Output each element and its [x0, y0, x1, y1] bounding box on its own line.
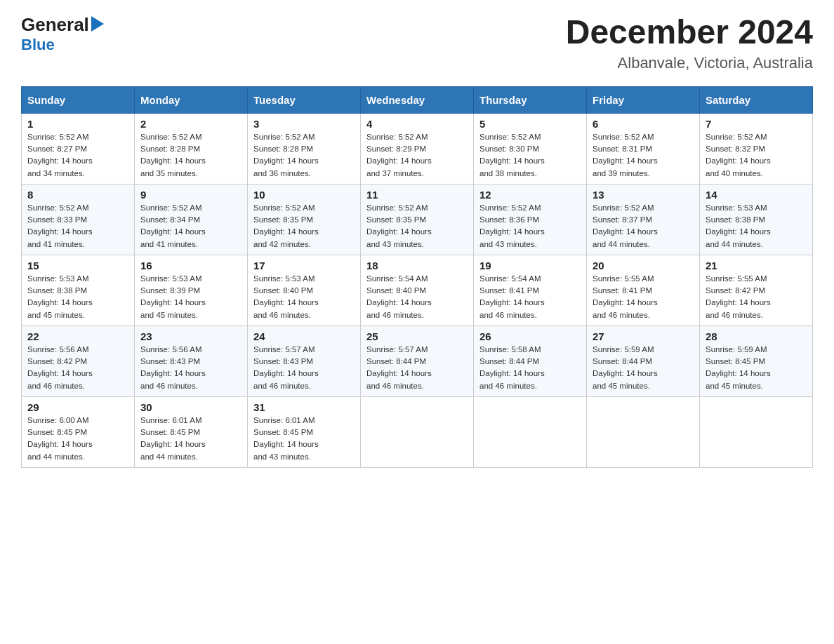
day-info: Sunrise: 5:52 AMSunset: 8:37 PMDaylight:…: [593, 202, 694, 250]
day-info: Sunrise: 5:53 AMSunset: 8:38 PMDaylight:…: [706, 202, 807, 250]
day-info: Sunrise: 5:53 AMSunset: 8:38 PMDaylight:…: [27, 273, 128, 321]
calendar-day-cell: [700, 396, 813, 467]
calendar-day-cell: 28Sunrise: 5:59 AMSunset: 8:45 PMDayligh…: [700, 326, 813, 396]
calendar-day-cell: 22Sunrise: 5:56 AMSunset: 8:42 PMDayligh…: [22, 326, 135, 396]
calendar-week-row: 22Sunrise: 5:56 AMSunset: 8:42 PMDayligh…: [22, 326, 813, 396]
location-title: Albanvale, Victoria, Australia: [566, 54, 813, 72]
header-thursday: Thursday: [474, 86, 587, 113]
day-number: 9: [140, 189, 241, 201]
calendar-day-cell: 1Sunrise: 5:52 AMSunset: 8:27 PMDaylight…: [22, 113, 135, 184]
calendar-day-cell: 20Sunrise: 5:55 AMSunset: 8:41 PMDayligh…: [587, 255, 700, 326]
day-info: Sunrise: 5:57 AMSunset: 8:44 PMDaylight:…: [366, 344, 468, 392]
logo: General Blue: [21, 14, 104, 54]
day-number: 2: [140, 118, 241, 130]
day-number: 8: [27, 189, 128, 201]
calendar-day-cell: 13Sunrise: 5:52 AMSunset: 8:37 PMDayligh…: [587, 184, 700, 255]
page-header: General Blue December 2024 Albanvale, Vi…: [21, 14, 813, 72]
day-info: Sunrise: 5:52 AMSunset: 8:34 PMDaylight:…: [140, 202, 241, 250]
day-info: Sunrise: 5:55 AMSunset: 8:42 PMDaylight:…: [706, 273, 807, 321]
calendar-week-row: 29Sunrise: 6:00 AMSunset: 8:45 PMDayligh…: [22, 396, 813, 467]
day-info: Sunrise: 5:57 AMSunset: 8:43 PMDaylight:…: [253, 344, 355, 392]
day-info: Sunrise: 5:52 AMSunset: 8:31 PMDaylight:…: [593, 131, 694, 180]
day-number: 24: [253, 330, 355, 342]
header-tuesday: Tuesday: [248, 86, 361, 113]
day-number: 7: [706, 118, 807, 130]
header-wednesday: Wednesday: [361, 86, 474, 113]
day-info: Sunrise: 5:52 AMSunset: 8:28 PMDaylight:…: [253, 131, 355, 180]
calendar-day-cell: 29Sunrise: 6:00 AMSunset: 8:45 PMDayligh…: [22, 396, 135, 467]
day-info: Sunrise: 5:53 AMSunset: 8:40 PMDaylight:…: [253, 273, 355, 321]
calendar-day-cell: 7Sunrise: 5:52 AMSunset: 8:32 PMDaylight…: [700, 113, 813, 184]
calendar-day-cell: [474, 396, 587, 467]
day-info: Sunrise: 6:00 AMSunset: 8:45 PMDaylight:…: [27, 415, 128, 463]
calendar-table: Sunday Monday Tuesday Wednesday Thursday…: [21, 86, 813, 468]
calendar-day-cell: 10Sunrise: 5:52 AMSunset: 8:35 PMDayligh…: [248, 184, 361, 255]
calendar-week-row: 8Sunrise: 5:52 AMSunset: 8:33 PMDaylight…: [22, 184, 813, 255]
calendar-week-row: 1Sunrise: 5:52 AMSunset: 8:27 PMDaylight…: [22, 113, 813, 184]
day-number: 21: [706, 260, 807, 271]
day-info: Sunrise: 6:01 AMSunset: 8:45 PMDaylight:…: [253, 415, 355, 463]
calendar-day-cell: 14Sunrise: 5:53 AMSunset: 8:38 PMDayligh…: [700, 184, 813, 255]
day-number: 26: [479, 330, 581, 342]
day-info: Sunrise: 5:54 AMSunset: 8:41 PMDaylight:…: [479, 273, 581, 321]
calendar-day-cell: 16Sunrise: 5:53 AMSunset: 8:39 PMDayligh…: [135, 255, 248, 326]
calendar-day-cell: 26Sunrise: 5:58 AMSunset: 8:44 PMDayligh…: [474, 326, 587, 396]
day-info: Sunrise: 5:53 AMSunset: 8:39 PMDaylight:…: [140, 273, 241, 321]
day-number: 18: [366, 260, 468, 271]
calendar-day-cell: 30Sunrise: 6:01 AMSunset: 8:45 PMDayligh…: [135, 396, 248, 467]
day-number: 28: [706, 330, 807, 342]
day-number: 3: [253, 118, 355, 130]
day-number: 4: [366, 118, 468, 130]
calendar-day-cell: 11Sunrise: 5:52 AMSunset: 8:35 PMDayligh…: [361, 184, 474, 255]
day-info: Sunrise: 5:52 AMSunset: 8:32 PMDaylight:…: [706, 131, 807, 180]
day-number: 10: [253, 189, 355, 201]
day-info: Sunrise: 5:52 AMSunset: 8:35 PMDaylight:…: [366, 202, 468, 250]
day-info: Sunrise: 5:52 AMSunset: 8:33 PMDaylight:…: [27, 202, 128, 250]
day-number: 13: [593, 189, 694, 201]
calendar-day-cell: 24Sunrise: 5:57 AMSunset: 8:43 PMDayligh…: [248, 326, 361, 396]
calendar-day-cell: 25Sunrise: 5:57 AMSunset: 8:44 PMDayligh…: [361, 326, 474, 396]
calendar-day-cell: 5Sunrise: 5:52 AMSunset: 8:30 PMDaylight…: [474, 113, 587, 184]
day-info: Sunrise: 5:59 AMSunset: 8:45 PMDaylight:…: [706, 344, 807, 392]
calendar-day-cell: 8Sunrise: 5:52 AMSunset: 8:33 PMDaylight…: [22, 184, 135, 255]
day-number: 5: [479, 118, 581, 130]
day-info: Sunrise: 5:52 AMSunset: 8:35 PMDaylight:…: [253, 202, 355, 250]
day-number: 22: [27, 330, 128, 342]
day-number: 11: [366, 189, 468, 201]
day-info: Sunrise: 5:52 AMSunset: 8:28 PMDaylight:…: [140, 131, 241, 180]
calendar-header-row: Sunday Monday Tuesday Wednesday Thursday…: [22, 86, 813, 113]
calendar-day-cell: [587, 396, 700, 467]
day-number: 15: [27, 260, 128, 271]
calendar-day-cell: 15Sunrise: 5:53 AMSunset: 8:38 PMDayligh…: [22, 255, 135, 326]
day-number: 19: [479, 260, 581, 271]
title-area: December 2024 Albanvale, Victoria, Austr…: [566, 14, 813, 72]
calendar-day-cell: 18Sunrise: 5:54 AMSunset: 8:40 PMDayligh…: [361, 255, 474, 326]
svg-marker-0: [91, 16, 104, 32]
calendar-day-cell: 4Sunrise: 5:52 AMSunset: 8:29 PMDaylight…: [361, 113, 474, 184]
calendar-day-cell: 9Sunrise: 5:52 AMSunset: 8:34 PMDaylight…: [135, 184, 248, 255]
day-number: 30: [140, 401, 241, 413]
day-number: 25: [366, 330, 468, 342]
calendar-day-cell: 27Sunrise: 5:59 AMSunset: 8:44 PMDayligh…: [587, 326, 700, 396]
calendar-day-cell: 3Sunrise: 5:52 AMSunset: 8:28 PMDaylight…: [248, 113, 361, 184]
day-number: 16: [140, 260, 241, 271]
calendar-day-cell: 2Sunrise: 5:52 AMSunset: 8:28 PMDaylight…: [135, 113, 248, 184]
day-info: Sunrise: 5:52 AMSunset: 8:27 PMDaylight:…: [27, 131, 128, 180]
day-info: Sunrise: 5:52 AMSunset: 8:29 PMDaylight:…: [366, 131, 468, 180]
logo-line1: General: [21, 14, 104, 36]
header-saturday: Saturday: [700, 86, 813, 113]
calendar-day-cell: 17Sunrise: 5:53 AMSunset: 8:40 PMDayligh…: [248, 255, 361, 326]
day-info: Sunrise: 5:56 AMSunset: 8:43 PMDaylight:…: [140, 344, 241, 392]
day-info: Sunrise: 6:01 AMSunset: 8:45 PMDaylight:…: [140, 415, 241, 463]
calendar-week-row: 15Sunrise: 5:53 AMSunset: 8:38 PMDayligh…: [22, 255, 813, 326]
day-info: Sunrise: 5:55 AMSunset: 8:41 PMDaylight:…: [593, 273, 694, 321]
day-number: 6: [593, 118, 694, 130]
day-number: 12: [479, 189, 581, 201]
day-number: 27: [593, 330, 694, 342]
day-number: 23: [140, 330, 241, 342]
logo-general-text: General: [21, 14, 89, 36]
header-friday: Friday: [587, 86, 700, 113]
logo-arrow-icon: [91, 16, 104, 34]
day-number: 17: [253, 260, 355, 271]
day-info: Sunrise: 5:56 AMSunset: 8:42 PMDaylight:…: [27, 344, 128, 392]
